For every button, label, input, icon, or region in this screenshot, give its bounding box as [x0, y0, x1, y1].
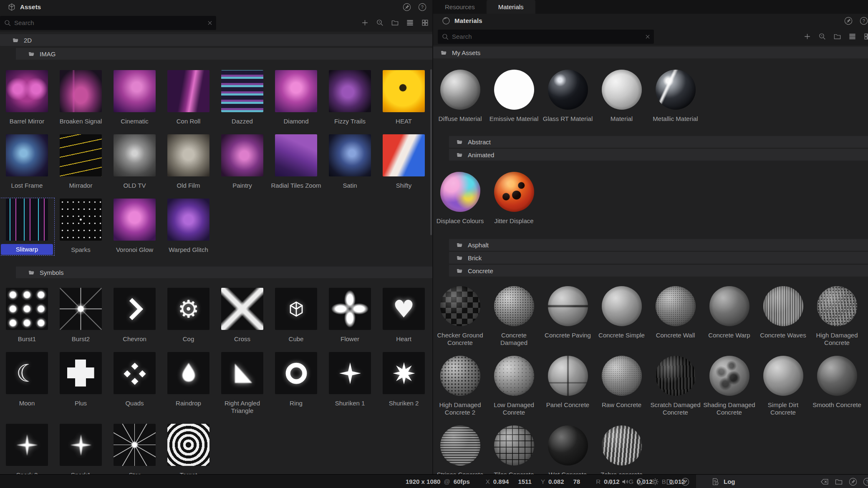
clear-icon[interactable] [820, 478, 829, 486]
material-tile[interactable]: Emissive Material [487, 70, 541, 123]
tab-resources[interactable]: Resources [433, 0, 487, 14]
symbol-tile[interactable]: Shuriken 2 [377, 352, 431, 415]
symbol-tile[interactable]: Shuriken 1 [323, 352, 377, 415]
material-tile[interactable]: Jitter Displace [487, 172, 541, 225]
asset-tile[interactable]: Shifty [377, 134, 431, 189]
material-tile[interactable]: Diffuse Material [433, 70, 487, 123]
help-icon[interactable]: ? [863, 478, 868, 486]
asset-tile[interactable]: Slitwarp [0, 199, 54, 255]
symbol-tile[interactable]: ⚙ Cog [161, 288, 215, 343]
material-tile[interactable]: Glass RT Material [541, 70, 595, 123]
material-tile[interactable]: Simple Dirt Concrete [756, 356, 810, 416]
symbol-tile[interactable]: Chevron [108, 288, 161, 343]
asset-tile[interactable]: Satin [323, 134, 377, 189]
asset-tile[interactable]: Cinematic [108, 70, 161, 125]
zoom-icon[interactable] [818, 33, 826, 40]
material-tile[interactable]: Concrete Warp [702, 286, 756, 347]
search-box[interactable] [0, 16, 216, 30]
grid-view-icon[interactable] [421, 19, 429, 27]
folder-row-2d[interactable]: 2D [0, 34, 432, 46]
asset-tile[interactable]: Broaken Signal [54, 70, 108, 125]
symbol-tile[interactable]: Ring [269, 352, 323, 415]
material-tile[interactable]: Concrete Paving [541, 286, 595, 347]
asset-tile[interactable]: Warped Glitch [161, 199, 215, 255]
help-icon[interactable]: ? [418, 3, 426, 11]
asset-tile[interactable]: OLD TV [108, 134, 161, 189]
asset-tile[interactable]: Radial Tiles Zoom [269, 134, 323, 189]
material-tile[interactable]: Panel Concrete [541, 356, 595, 416]
pin-icon[interactable] [403, 3, 411, 11]
gear-icon[interactable] [651, 478, 659, 486]
asset-tile[interactable]: Barrel Mirror [0, 70, 54, 125]
asset-tile[interactable]: Lost Frame [0, 134, 54, 189]
asset-tile[interactable]: Mirrador [54, 134, 108, 189]
folder-row-my-assets[interactable]: My Assets [433, 47, 868, 58]
material-tile[interactable]: Tiles Concrete [487, 425, 541, 474]
asset-tile[interactable]: Fizzy Trails [323, 70, 377, 125]
asset-tile[interactable]: Dazzed [215, 70, 269, 125]
material-tile[interactable]: Checker Ground Concrete [433, 286, 487, 347]
help-icon[interactable]: ? [860, 17, 868, 25]
symbol-tile[interactable]: Quads [108, 352, 161, 415]
folder-outline-icon[interactable] [835, 478, 843, 486]
symbol-tile[interactable]: Burst1 [0, 288, 54, 343]
list-view-icon[interactable] [848, 33, 856, 40]
material-tile[interactable]: High Damaged Concrete [810, 286, 864, 347]
material-tile[interactable]: High Damaged Concrete 2 [433, 356, 487, 416]
pin-icon[interactable] [681, 478, 689, 486]
folder-outline-icon[interactable] [833, 33, 841, 40]
plus-icon[interactable] [361, 19, 369, 27]
pin-icon[interactable] [849, 478, 857, 486]
symbol-tile[interactable]: Cross [215, 288, 269, 343]
folder-outline-icon[interactable] [666, 478, 674, 486]
folder-row-animated[interactable]: Animated [449, 149, 868, 161]
material-tile[interactable]: Zebra concrete [595, 425, 648, 474]
folder-row-abstract[interactable]: Abstract [449, 136, 868, 148]
asset-tile[interactable]: Diamond [269, 70, 323, 125]
folder-row-symbols[interactable]: Symbols [16, 267, 432, 278]
symbol-tile[interactable]: Burst2 [54, 288, 108, 343]
search-input[interactable] [0, 19, 216, 26]
folder-outline-icon[interactable] [391, 19, 399, 27]
log-section[interactable]: Log ? [696, 475, 868, 488]
material-tile[interactable]: Concrete Wall [648, 286, 702, 347]
search-input[interactable] [438, 33, 654, 40]
symbol-tile[interactable]: Cube [269, 288, 323, 343]
asset-tile[interactable]: HEAT [377, 70, 431, 125]
symbol-tile[interactable]: Raindrop [161, 352, 215, 415]
record-icon[interactable] [636, 478, 644, 486]
clear-search-icon[interactable] [645, 34, 651, 40]
folder-row-brick[interactable]: Brick [449, 252, 868, 264]
asset-tile[interactable]: Old Film [161, 134, 215, 189]
tab-materials[interactable]: Materials [487, 0, 535, 14]
pin-icon[interactable] [844, 17, 853, 25]
material-tile[interactable]: Low Damaged Conrete [487, 356, 541, 416]
asset-tile[interactable]: Voronoi Glow [108, 199, 161, 255]
material-tile[interactable]: Scratch Damaged Concrete [648, 356, 702, 416]
folder-row-imag[interactable]: IMAG [16, 48, 432, 60]
list-view-icon[interactable] [406, 19, 414, 27]
waveform-icon[interactable] [606, 478, 614, 486]
symbol-tile[interactable]: Spark 2 [0, 424, 54, 474]
material-tile[interactable]: Raw Concrete [595, 356, 648, 416]
search-box[interactable] [438, 30, 654, 44]
folder-row-concrete[interactable]: Concrete [449, 265, 868, 277]
material-tile[interactable]: Concrete Damaged [487, 286, 541, 347]
material-tile[interactable]: Metallic Material [648, 70, 702, 123]
zoom-icon[interactable] [376, 19, 384, 27]
symbol-tile[interactable]: Flower [323, 288, 377, 343]
symbol-tile[interactable]: Star [108, 424, 161, 474]
material-tile[interactable]: Stripes Concrete [433, 425, 487, 474]
material-tile[interactable]: Concrete Waves [756, 286, 810, 347]
clear-search-icon[interactable] [207, 20, 213, 26]
asset-tile[interactable]: Paintry [215, 134, 269, 189]
symbol-tile[interactable]: Spark1 [54, 424, 108, 474]
material-tile[interactable]: Shading Damaged Concrete [702, 356, 756, 416]
symbol-tile[interactable]: Right Angled Triangle [215, 352, 269, 415]
symbol-tile[interactable]: ☾ Moon [0, 352, 54, 415]
folder-row-asphalt[interactable]: Asphalt [449, 239, 868, 251]
material-tile[interactable]: Smooth Concrete [810, 356, 864, 416]
plus-icon[interactable] [803, 33, 811, 40]
vertical-scrollbar[interactable] [430, 69, 432, 235]
material-tile[interactable]: Wet Concrete Floor [541, 425, 595, 474]
